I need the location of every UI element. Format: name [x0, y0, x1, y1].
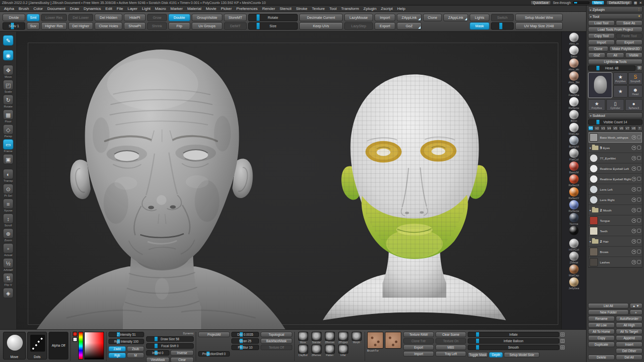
folder-expand-icon[interactable]: ▾: [590, 240, 591, 243]
topshelf-button[interactable]: Keep UVs: [299, 22, 343, 30]
restore-button[interactable]: R: [637, 65, 643, 71]
left-tool-scale[interactable]: ◰ Scale: [1, 80, 15, 94]
subtool-row[interactable]: ▾ 2 Mouth: [589, 205, 642, 215]
topshelf-button[interactable]: Suv: [27, 22, 40, 30]
topshelf-button[interactable]: LazyStep: [344, 22, 373, 30]
menu-item[interactable]: Help: [397, 6, 405, 11]
left-tool-frame[interactable]: ▭ Frame: [1, 139, 15, 153]
topshelf-button[interactable]: Decimate Current: [299, 14, 343, 21]
subtool-action-button[interactable]: Rename: [588, 316, 615, 321]
visibility-eye-icon[interactable]: [632, 177, 636, 181]
left-tool-scroll[interactable]: ↕ Scroll: [1, 213, 15, 227]
material-swatch[interactable]: Reflecte: [569, 200, 579, 212]
topological-button[interactable]: Topological: [261, 332, 292, 337]
hue-strip[interactable]: [78, 332, 83, 360]
make-polymesh3d-button[interactable]: Make PolyMesh3D: [609, 46, 643, 52]
saturation-value-box[interactable]: [84, 332, 104, 360]
subtool-action-button[interactable]: ＋: [630, 310, 643, 315]
version-tab[interactable]: V8: [631, 126, 636, 131]
tool-thumbnail[interactable]: ▯ Cylinder: [606, 99, 624, 111]
topshelf-button[interactable]: Shrink: [147, 22, 167, 30]
menu-item[interactable]: Stroke: [296, 6, 307, 11]
subtool-row[interactable]: ▾ Brows: [589, 247, 642, 257]
topshelf-button[interactable]: Flip: [168, 22, 190, 30]
mode-button[interactable]: Zsub: [127, 346, 144, 352]
tray-left-button[interactable]: Tray Left: [435, 351, 466, 357]
wireframe-head-model[interactable]: [309, 67, 520, 322]
menu-item[interactable]: Draw: [70, 6, 79, 11]
material-swatch[interactable]: zbro_ski: [569, 58, 580, 71]
left-tool-flipv[interactable]: ⇅ Flip V: [1, 273, 15, 287]
subtool-action-button[interactable]: All To Target: [616, 329, 643, 334]
topshelf-button[interactable]: Del Higher: [68, 22, 93, 30]
save-as-button[interactable]: Save As: [616, 20, 643, 26]
subtool-action-button[interactable]: List All: [588, 303, 629, 309]
left-tool-edit[interactable]: ✎: [1, 35, 15, 49]
material-swatch[interactable]: Reflecte: [569, 97, 579, 109]
subtool-action-button[interactable]: Insert: [616, 342, 643, 347]
left-tool-draw[interactable]: ◉: [1, 50, 15, 64]
material-swatch[interactable]: MatCap: [569, 123, 579, 135]
load-tools-from-project-button[interactable]: Load Tools From Project: [588, 27, 643, 32]
brush-thumbnail[interactable]: ZRemes: [310, 345, 322, 357]
topshelf-button[interactable]: Del Lower: [68, 14, 93, 21]
subtool-options-icon[interactable]: [637, 260, 641, 264]
topshelf-button[interactable]: StoreMT: [224, 14, 247, 21]
menu-item[interactable]: Stencil: [279, 6, 291, 11]
topshelf-button[interactable]: Rotate: [248, 14, 298, 21]
version-tab[interactable]: V3: [600, 126, 606, 131]
texture-raw-button[interactable]: Texture RAW: [403, 332, 434, 337]
left-tool-rotate[interactable]: ↻ Rotate: [1, 95, 15, 108]
subtool-action-button[interactable]: Append: [616, 335, 643, 341]
material-swatch[interactable]: ReflectY: [569, 187, 580, 200]
topshelf-button[interactable]: ZAppLink: [443, 14, 468, 21]
axis-grid-icon[interactable]: [560, 345, 565, 350]
material-swatch[interactable]: ZMetal: [569, 252, 579, 264]
menu-item[interactable]: Dynamics: [84, 6, 101, 11]
visibility-eye-icon[interactable]: [632, 239, 636, 244]
subtool-row[interactable]: ▾ 5 Eyes: [589, 143, 642, 153]
tool-thumbnail[interactable]: ★: [613, 85, 628, 98]
dist-slider[interactable]: Dist 0.0035: [231, 332, 259, 337]
document-canvas[interactable]: [17, 32, 561, 329]
version-tab[interactable]: V1: [588, 126, 593, 131]
imbed-slider[interactable]: Imbed 0: [146, 350, 169, 356]
topshelf-button[interactable]: GoZ: [397, 22, 422, 30]
clone-button[interactable]: Clone: [588, 46, 608, 52]
secondary-color-swatch[interactable]: [73, 337, 77, 342]
subtool-action-button[interactable]: Del All: [616, 355, 643, 360]
left-tool-ptsel[interactable]: ⊙ Pt Sel: [1, 184, 15, 198]
subtool-options-icon[interactable]: [637, 156, 641, 160]
material-swatch[interactable]: MatCap: [569, 264, 579, 277]
left-tool-xpose[interactable]: ≡ Xpose: [1, 199, 15, 212]
visibility-eye-icon[interactable]: [632, 198, 636, 202]
subtool-action-button[interactable]: Copy: [588, 335, 615, 341]
subtool-action-button[interactable]: All High: [616, 322, 643, 328]
topshelf-button[interactable]: Grow: [147, 14, 167, 21]
subtool-action-button[interactable]: ▲▼: [630, 303, 643, 309]
topshelf-button[interactable]: Export: [375, 22, 395, 30]
left-tool-gizmo3d[interactable]: ◈: [1, 288, 15, 302]
menu-item[interactable]: Brush: [18, 6, 29, 11]
material-swatch[interactable]: FlatCol: [569, 149, 579, 161]
mbs-button[interactable]: MBS: [435, 345, 466, 350]
mode-button[interactable]: Rgb: [108, 353, 126, 358]
subtool-action-button[interactable]: Duplicate: [588, 342, 615, 347]
topshelf-button[interactable]: Del Hidden: [95, 14, 122, 21]
brush-thumbnail[interactable]: ZProject: [337, 332, 349, 344]
visibility-eye-icon[interactable]: [632, 146, 636, 150]
export-button[interactable]: Export: [403, 345, 434, 350]
subtool-options-icon[interactable]: [637, 250, 641, 254]
brush-thumbnail[interactable]: ClayBuil: [297, 345, 309, 357]
version-tab[interactable]: V2: [594, 126, 599, 131]
subtool-row[interactable]: ▾ 77_EyeWet: [589, 153, 642, 163]
brush-texture-thumbnail[interactable]: [385, 332, 401, 349]
axis-grid-icon[interactable]: [560, 339, 565, 343]
subtool-options-icon[interactable]: [637, 135, 641, 139]
visible-button[interactable]: Visible: [625, 52, 643, 58]
axis-grid-icon[interactable]: [560, 332, 565, 337]
subtool-row[interactable]: ▾ Lens Left: [589, 184, 642, 195]
menu-item[interactable]: Zplugin: [364, 6, 376, 11]
shelf-slider[interactable]: Smooth: [468, 345, 559, 350]
topshelf-button[interactable]: Higher Res: [41, 22, 67, 30]
